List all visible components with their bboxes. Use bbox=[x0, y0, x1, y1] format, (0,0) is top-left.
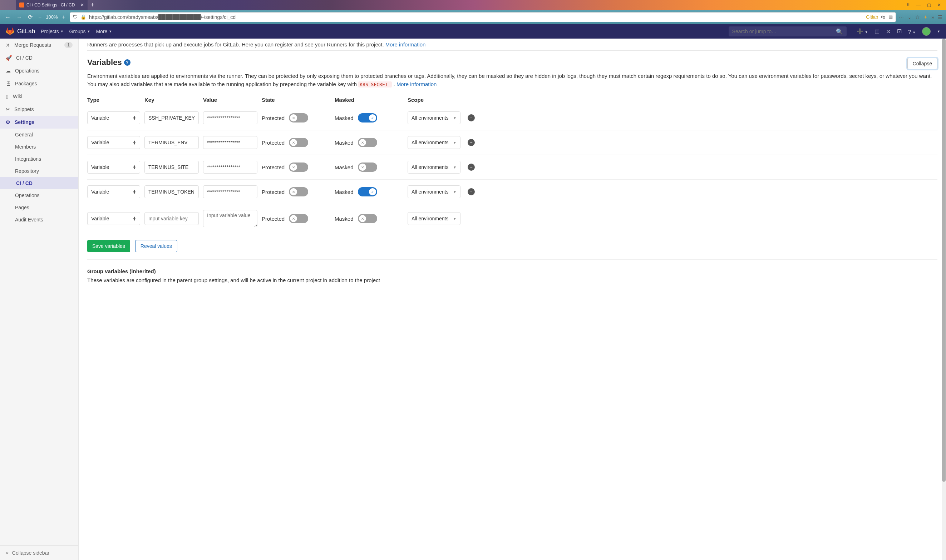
bookmark-star-icon[interactable]: ☆ bbox=[915, 14, 920, 20]
value-input[interactable] bbox=[203, 210, 258, 227]
page-actions-icon[interactable]: ⋯ bbox=[899, 14, 904, 20]
nav-projects[interactable]: Projects▼ bbox=[41, 29, 64, 34]
browser-toolbar: ← → ⟳ − 100% + 🛡 🔒 Gitlab 🛍 ▤ ⋯ ⌄ ☆ ✦ » … bbox=[0, 10, 946, 24]
variables-table: Type Key Value State Masked Scope Variab… bbox=[87, 94, 937, 233]
variables-more-info-link[interactable]: More information bbox=[397, 81, 437, 87]
plus-icon[interactable]: ➕ ▼ bbox=[856, 28, 868, 35]
runners-more-info-link[interactable]: More information bbox=[386, 42, 426, 48]
protected-toggle[interactable]: ✕ bbox=[289, 138, 308, 147]
sidebar-sub-operations[interactable]: Operations bbox=[0, 189, 78, 202]
masked-toggle[interactable]: ✕ bbox=[358, 163, 377, 172]
remove-button[interactable]: − bbox=[468, 188, 475, 195]
value-input[interactable]: ***************** bbox=[203, 161, 258, 174]
type-select[interactable]: Variable▲▼ bbox=[87, 136, 140, 149]
key-input[interactable] bbox=[144, 212, 199, 225]
remove-button[interactable]: − bbox=[468, 114, 475, 122]
zoom-out-button[interactable]: − bbox=[37, 13, 43, 21]
value-input[interactable]: ***************** bbox=[203, 136, 258, 149]
tracking-shield-icon[interactable]: 🛡 bbox=[73, 14, 77, 20]
sidebar-item-settings[interactable]: ⚙ Settings bbox=[0, 116, 78, 129]
sidebar-item-operations[interactable]: ☁ Operations bbox=[0, 64, 78, 77]
masked-toggle[interactable]: ✕ bbox=[358, 214, 377, 223]
address-bar[interactable]: 🛡 🔒 Gitlab 🛍 ▤ bbox=[70, 12, 896, 22]
save-variables-button[interactable]: Save variables bbox=[87, 240, 130, 252]
collapse-button[interactable]: Collapse bbox=[907, 58, 937, 69]
gitlab-logo[interactable]: GitLab bbox=[6, 27, 35, 36]
sidebar-item-snippets[interactable]: ✂ Snippets bbox=[0, 103, 78, 116]
pocket-icon[interactable]: ⌄ bbox=[907, 14, 912, 20]
remove-button[interactable]: − bbox=[468, 139, 475, 146]
search-input[interactable] bbox=[732, 29, 836, 34]
collapse-sidebar-button[interactable]: « Collapse sidebar bbox=[0, 545, 78, 560]
sidebar-item-merge-requests[interactable]: ⤭ Merge Requests 1 bbox=[0, 38, 78, 51]
help-icon[interactable]: ? ▼ bbox=[908, 29, 916, 35]
nav-groups[interactable]: Groups▼ bbox=[69, 29, 91, 34]
window-minimize-icon[interactable]: — bbox=[916, 3, 921, 8]
sidebar-sub-integrations[interactable]: Integrations bbox=[0, 153, 78, 165]
scope-select[interactable]: All environments▼ bbox=[407, 111, 460, 124]
reload-button[interactable]: ⟳ bbox=[26, 13, 34, 21]
search-icon[interactable]: 🔍 bbox=[836, 28, 843, 35]
sidebar-item-wiki[interactable]: ▯ Wiki bbox=[0, 90, 78, 103]
scrollbar[interactable] bbox=[942, 38, 946, 560]
sidebar-sub-audit-events[interactable]: Audit Events bbox=[0, 214, 78, 226]
merge-requests-icon[interactable]: ⤭ bbox=[886, 28, 890, 35]
scope-select[interactable]: All environments▼ bbox=[407, 161, 460, 174]
value-input[interactable]: ***************** bbox=[203, 111, 258, 124]
overflow-icon[interactable]: » bbox=[931, 14, 934, 20]
key-input[interactable]: TERMINUS_TOKEN bbox=[144, 185, 199, 198]
window-maximize-icon[interactable]: ▢ bbox=[927, 3, 931, 8]
key-input[interactable]: TERMINUS_ENV bbox=[144, 136, 199, 149]
browser-tab[interactable]: CI / CD Settings · CI / CD ✕ bbox=[16, 0, 88, 10]
sidebar-sub-members[interactable]: Members bbox=[0, 141, 78, 153]
sidebar-sub-pages[interactable]: Pages bbox=[0, 202, 78, 214]
protected-toggle[interactable]: ✕ bbox=[289, 113, 308, 123]
help-icon[interactable]: ? bbox=[124, 59, 131, 66]
masked-toggle[interactable]: ✓ bbox=[358, 187, 377, 197]
back-button[interactable]: ← bbox=[3, 13, 12, 21]
url-input[interactable] bbox=[89, 14, 863, 20]
sidebar-item-cicd[interactable]: 🚀 CI / CD bbox=[0, 51, 78, 64]
sidebar-sub-repository[interactable]: Repository bbox=[0, 165, 78, 177]
merge-requests-badge: 1 bbox=[64, 42, 73, 48]
value-input[interactable]: ***************** bbox=[203, 185, 258, 198]
reader-mode-icon[interactable]: ▤ bbox=[889, 14, 893, 20]
sidebar-item-packages[interactable]: 🗄 Packages bbox=[0, 77, 78, 90]
key-input[interactable]: TERMINUS_SITE bbox=[144, 161, 199, 174]
key-input[interactable]: SSH_PRIVATE_KEY bbox=[144, 111, 199, 124]
type-select[interactable]: Variable▲▼ bbox=[87, 111, 140, 124]
user-menu-caret[interactable]: ▼ bbox=[937, 30, 940, 33]
zoom-in-button[interactable]: + bbox=[61, 13, 67, 21]
gitlab-search[interactable]: 🔍 bbox=[728, 26, 847, 37]
scope-select[interactable]: All environments▼ bbox=[407, 136, 460, 149]
issues-icon[interactable]: ◫ bbox=[875, 28, 880, 35]
type-select[interactable]: Variable▲▼ bbox=[87, 185, 140, 198]
nav-more[interactable]: More▼ bbox=[96, 29, 112, 34]
todos-icon[interactable]: ☑ bbox=[897, 28, 902, 35]
type-select[interactable]: Variable▲▼ bbox=[87, 161, 140, 174]
tab-close-icon[interactable]: ✕ bbox=[80, 3, 84, 8]
sidebar-sub-cicd[interactable]: CI / CD bbox=[0, 177, 78, 189]
new-tab-button[interactable]: + bbox=[91, 2, 94, 9]
masked-toggle[interactable]: ✕ bbox=[358, 138, 377, 147]
k8s-secret-code: K8S_SECRET_ bbox=[358, 82, 392, 88]
app-menu-icon[interactable]: ⠿ bbox=[907, 3, 910, 8]
protected-toggle[interactable]: ✕ bbox=[289, 214, 308, 223]
bag-icon[interactable]: 🛍 bbox=[881, 14, 886, 20]
lock-icon[interactable]: 🔒 bbox=[80, 14, 86, 20]
scope-select[interactable]: All environments▼ bbox=[407, 212, 460, 225]
window-close-icon[interactable]: ✕ bbox=[937, 3, 941, 8]
type-select[interactable]: Variable▲▼ bbox=[87, 212, 140, 225]
extensions-icon[interactable]: ✦ bbox=[923, 14, 928, 20]
user-avatar[interactable] bbox=[922, 27, 931, 36]
forward-button[interactable]: → bbox=[15, 13, 23, 21]
sidebar-sub-general[interactable]: General bbox=[0, 129, 78, 141]
hamburger-menu-icon[interactable]: ☰ bbox=[938, 14, 943, 20]
remove-button[interactable]: − bbox=[468, 163, 475, 171]
scope-select[interactable]: All environments▼ bbox=[407, 185, 460, 198]
protected-toggle[interactable]: ✕ bbox=[289, 163, 308, 172]
scrollbar-thumb[interactable] bbox=[942, 38, 946, 482]
reveal-values-button[interactable]: Reveal values bbox=[135, 240, 177, 252]
protected-toggle[interactable]: ✕ bbox=[289, 187, 308, 197]
masked-toggle[interactable]: ✓ bbox=[358, 113, 377, 123]
